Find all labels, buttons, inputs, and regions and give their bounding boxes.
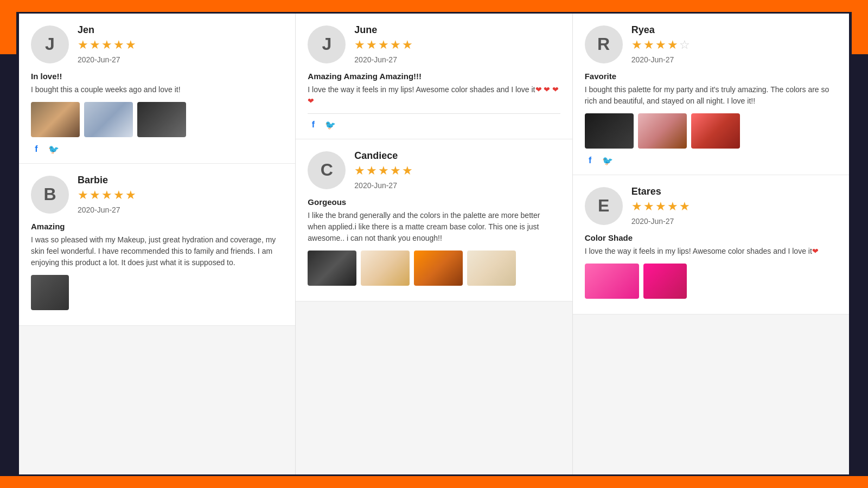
facebook-icon-june[interactable]: f: [308, 119, 318, 130]
review-image-candiece-1: [308, 251, 356, 286]
star-1: ★: [354, 38, 365, 52]
star-4: ★: [113, 38, 124, 52]
avatar-june: J: [308, 25, 346, 63]
review-images-etares: [585, 264, 837, 299]
reviewer-header-ryea: R Ryea ★ ★ ★ ★ ☆ 2020-Jun-27: [585, 24, 837, 64]
heart-icon-4: ❤: [308, 97, 314, 105]
heart-icon-2: ❤: [544, 85, 550, 94]
star-2: ★: [643, 38, 654, 52]
review-title-barbie: Amazing: [31, 222, 283, 231]
star-2: ★: [90, 38, 100, 52]
review-image-etares-2: [643, 264, 687, 299]
review-image-ryea-2: [638, 113, 687, 149]
star-4: ★: [113, 188, 124, 202]
review-text-candiece: I like the brand generally and the color…: [308, 210, 560, 244]
review-image-3: [137, 102, 186, 137]
bg-accent-top: [0, 0, 868, 12]
review-date-ryea: 2020-Jun-27: [631, 55, 690, 64]
review-image-candiece-4: [467, 251, 516, 286]
column-2: J June ★ ★ ★ ★ ★ 2020-Jun-27 Amazing Ama…: [296, 14, 572, 474]
bg-accent-bottom: [0, 476, 868, 488]
review-date-barbie: 2020-Jun-27: [78, 206, 136, 214]
reviewer-header-etares: E Etares ★ ★ ★ ★ ★ 2020-Jun-27: [585, 186, 837, 226]
review-image-1: [31, 102, 80, 137]
star-3: ★: [378, 38, 389, 52]
star-1: ★: [78, 38, 88, 52]
star-4: ★: [390, 38, 401, 52]
review-image-ryea-1: [585, 113, 634, 149]
review-date-candiece: 2020-Jun-27: [354, 181, 413, 190]
column-1: J Jen ★ ★ ★ ★ ★ 2020-Jun-27 In love!! I …: [19, 14, 296, 474]
facebook-icon-ryea[interactable]: f: [585, 155, 596, 166]
reviewer-info-jen: Jen ★ ★ ★ ★ ★ 2020-Jun-27: [78, 24, 136, 64]
star-1: ★: [78, 188, 88, 202]
review-title-etares: Color Shade: [585, 233, 837, 242]
review-image-2: [84, 102, 133, 137]
reviewer-header-candiece: C Candiece ★ ★ ★ ★ ★ 2020-Jun-27: [308, 150, 560, 190]
review-ryea: R Ryea ★ ★ ★ ★ ☆ 2020-Jun-27 Favorite I …: [573, 14, 849, 175]
review-barbie: B Barbie ★ ★ ★ ★ ★ 2020-Jun-27 Amazing I…: [19, 164, 295, 326]
twitter-icon-ryea[interactable]: 🐦: [602, 155, 613, 166]
social-icons-ryea: f 🐦: [585, 155, 837, 166]
review-images-barbie: [31, 275, 283, 310]
reviewer-name-ryea: Ryea: [631, 24, 690, 36]
avatar-barbie: B: [31, 176, 69, 214]
review-image-etares-1: [585, 264, 639, 299]
reviewer-info-ryea: Ryea ★ ★ ★ ★ ☆ 2020-Jun-27: [631, 24, 690, 64]
stars-jen: ★ ★ ★ ★ ★: [78, 38, 136, 52]
reviewer-name-barbie: Barbie: [78, 175, 136, 186]
star-5: ★: [125, 38, 136, 52]
stars-june: ★ ★ ★ ★ ★: [354, 38, 413, 52]
review-jen: J Jen ★ ★ ★ ★ ★ 2020-Jun-27 In love!! I …: [19, 14, 295, 164]
review-image-candiece-2: [361, 251, 410, 286]
star-2: ★: [90, 188, 100, 202]
star-3: ★: [101, 188, 112, 202]
review-title-june: Amazing Amazing Amazing!!!: [308, 72, 560, 81]
star-4: ★: [667, 38, 678, 52]
review-date-june: 2020-Jun-27: [354, 55, 413, 64]
review-images-jen: [31, 102, 283, 137]
bg-corner-tr: [852, 0, 868, 54]
review-title-ryea: Favorite: [585, 72, 837, 81]
star-5: ★: [679, 200, 690, 214]
review-title-candiece: Gorgeous: [308, 197, 560, 207]
reviewer-header-barbie: B Barbie ★ ★ ★ ★ ★ 2020-Jun-27: [31, 175, 283, 214]
star-2: ★: [366, 164, 377, 178]
reviewer-name-candiece: Candiece: [354, 150, 413, 162]
review-text-jen: I bought this a couple weeks ago and lov…: [31, 84, 283, 95]
reviewer-header-june: J June ★ ★ ★ ★ ★ 2020-Jun-27: [308, 24, 560, 64]
star-3: ★: [101, 38, 112, 52]
divider-june: [308, 113, 560, 114]
review-image-ryea-3: [691, 113, 740, 149]
review-images-ryea: [585, 113, 837, 149]
twitter-icon[interactable]: 🐦: [48, 144, 59, 155]
review-text-etares: I love the way it feels in my lips! Awes…: [585, 246, 837, 257]
star-4: ★: [390, 164, 401, 178]
stars-candiece: ★ ★ ★ ★ ★: [354, 164, 413, 178]
avatar-ryea: R: [585, 25, 623, 63]
reviewer-name-etares: Etares: [631, 186, 690, 197]
reviews-container: J Jen ★ ★ ★ ★ ★ 2020-Jun-27 In love!! I …: [19, 14, 849, 474]
twitter-icon-june[interactable]: 🐦: [325, 119, 336, 130]
star-5: ★: [402, 164, 413, 178]
review-text-barbie: I was so pleased with my Makeup, just gr…: [31, 234, 283, 268]
review-text-june: I love the way it feels in my lips! Awes…: [308, 84, 560, 107]
stars-etares: ★ ★ ★ ★ ★: [631, 200, 690, 214]
facebook-icon[interactable]: f: [31, 144, 42, 155]
avatar-etares: E: [585, 187, 623, 225]
heart-icon-etares: ❤: [812, 247, 819, 255]
star-1: ★: [631, 200, 642, 214]
reviewer-name-jen: Jen: [78, 24, 136, 36]
star-1: ★: [631, 38, 642, 52]
review-title-jen: In love!!: [31, 72, 283, 81]
review-image-barbie-1: [31, 275, 69, 310]
review-text-ryea: I bought this palette for my party and i…: [585, 84, 837, 107]
reviewer-header-jen: J Jen ★ ★ ★ ★ ★ 2020-Jun-27: [31, 24, 283, 64]
star-3: ★: [655, 200, 666, 214]
star-3: ★: [378, 164, 389, 178]
heart-icon-3: ❤: [552, 85, 559, 94]
reviewer-info-candiece: Candiece ★ ★ ★ ★ ★ 2020-Jun-27: [354, 150, 413, 190]
review-june: J June ★ ★ ★ ★ ★ 2020-Jun-27 Amazing Ama…: [296, 14, 572, 139]
social-icons-jen: f 🐦: [31, 144, 283, 155]
review-date-jen: 2020-Jun-27: [78, 55, 136, 64]
